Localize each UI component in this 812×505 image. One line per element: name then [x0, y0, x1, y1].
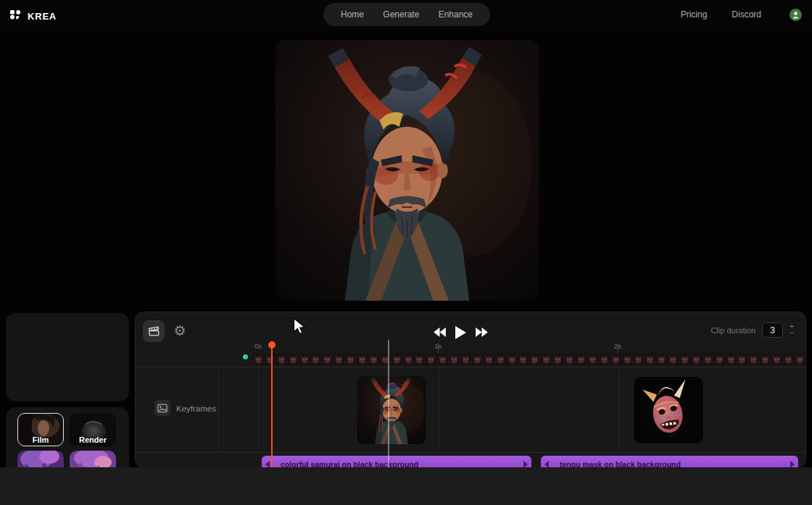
grid-line — [618, 367, 619, 452]
user-avatar[interactable] — [790, 9, 802, 21]
decrement-button[interactable]: − — [790, 330, 794, 336]
cursor-arrow-icon — [293, 317, 310, 337]
mouse-cursor — [293, 317, 310, 340]
filmstrip-frame — [288, 353, 299, 365]
clip-duration-input[interactable]: 3 — [762, 322, 783, 338]
filmstrip-frame — [276, 353, 287, 365]
style-render[interactable]: Render — [70, 413, 116, 446]
tab-home[interactable]: Home — [341, 9, 364, 20]
filmstrip-frame — [310, 353, 321, 365]
keyframe-2-image — [634, 377, 703, 443]
filmstrip-frame — [345, 353, 356, 365]
clapperboard-icon — [147, 325, 160, 337]
clip-duration-control: Clip duration 3 + − — [710, 322, 794, 338]
filmstrip-frame — [771, 353, 782, 365]
filmstrip-frame — [460, 353, 471, 365]
playhead-line[interactable] — [271, 346, 273, 468]
filmstrip-frame — [552, 353, 563, 365]
filmstrip-frame — [414, 353, 425, 365]
filmstrip-frame — [748, 353, 759, 365]
filmstrip-frame — [645, 353, 655, 365]
filmstrip-frame — [622, 353, 633, 365]
tab-generate[interactable]: Generate — [383, 9, 419, 20]
grid-line — [258, 367, 259, 452]
filmstrip-frame — [265, 353, 276, 365]
grid-line — [439, 367, 439, 452]
transport-controls — [424, 322, 497, 344]
play-button[interactable] — [455, 326, 466, 341]
playhead-handle[interactable] — [268, 341, 276, 349]
top-bar: KREA Home Generate Enhance Pricing Disco… — [0, 0, 812, 29]
row-divider-top — [136, 367, 806, 367]
filmstrip-frame — [541, 353, 552, 365]
keyframe-thumbnail-2[interactable] — [633, 376, 704, 444]
filmstrip-frame — [714, 353, 725, 365]
video-preview[interactable] — [276, 40, 539, 301]
fast-forward-button[interactable] — [476, 327, 488, 339]
play-icon — [455, 326, 466, 339]
ruler-tick-0s: 0s — [254, 342, 262, 350]
filmstrip-frame — [403, 353, 414, 365]
filmstrip-frame — [484, 353, 494, 365]
hover-scrub-line — [388, 340, 389, 468]
prompt-clip-2[interactable]: tengu mask on black background — [541, 456, 798, 468]
samurai-preview-image — [276, 40, 539, 301]
filmstrip-frame — [392, 353, 402, 365]
fast-forward-icon — [476, 327, 488, 337]
app-window: KREA Home Generate Enhance Pricing Disco… — [0, 0, 812, 505]
rewind-button[interactable] — [434, 327, 446, 339]
filmstrip-frame — [299, 353, 310, 365]
filmstrip-frame — [760, 353, 771, 365]
filmstrip-frame — [437, 353, 448, 365]
filmstrip-frame — [633, 353, 644, 365]
style-film-label: Film — [17, 435, 64, 444]
filmstrip-frame — [668, 353, 679, 365]
filmstrip-frame — [449, 353, 460, 365]
filmstrip-frame — [426, 353, 436, 365]
tab-enhance[interactable]: Enhance — [439, 9, 473, 20]
ruler-tick-mark-1s — [438, 343, 439, 354]
keyframes-icon-chip — [154, 400, 170, 416]
status-dot — [243, 354, 248, 359]
filmstrip-frame — [564, 353, 575, 365]
filmstrip-frame — [783, 353, 794, 365]
keyframe-thumbnail-1[interactable] — [356, 375, 427, 445]
filmstrip-frame — [495, 353, 506, 365]
filmstrip-frame — [587, 353, 598, 365]
style-film[interactable]: Film — [17, 413, 64, 446]
logo-text: KREA — [28, 11, 57, 22]
filmstrip-frame — [726, 353, 737, 365]
main-nav: Home Generate Enhance — [323, 3, 490, 26]
filmstrip-frame — [599, 353, 610, 365]
filmstrip-frame — [518, 353, 529, 365]
filmstrip-frame — [576, 353, 587, 365]
filmstrip-track[interactable] — [253, 353, 805, 365]
pricing-link[interactable]: Pricing — [681, 9, 708, 20]
krea-logo-icon — [10, 9, 21, 22]
filmstrip-frame — [795, 353, 805, 365]
keyframe-1-image — [357, 376, 426, 444]
settings-gear-icon[interactable]: ⚙ — [170, 322, 189, 341]
prompt-clip-1[interactable]: colorful samurai on black background — [262, 456, 531, 468]
scene-tool-button[interactable] — [143, 320, 165, 342]
krea-logo[interactable]: KREA — [10, 9, 57, 22]
grid-line — [218, 367, 219, 452]
top-links: Pricing Discord — [681, 0, 761, 29]
filmstrip-frame — [703, 353, 713, 365]
filmstrip-frame — [679, 353, 690, 365]
ruler-tick-mark-2s — [618, 343, 618, 354]
action-panel: Generate Video Download — [6, 313, 129, 401]
rewind-icon — [434, 327, 446, 337]
video-player-bar: 00:00 00:00 — [0, 467, 812, 505]
filmstrip-frame — [610, 353, 621, 365]
filmstrip-frame — [357, 353, 368, 365]
style-render-label: Render — [70, 435, 116, 444]
filmstrip-frame — [529, 353, 540, 365]
filmstrip-frame — [656, 353, 667, 365]
filmstrip-frame — [691, 353, 702, 365]
timeline-panel: ⚙ Clip duration 3 + − 0s 1s 2s — [135, 312, 806, 468]
image-icon — [157, 404, 167, 413]
discord-link[interactable]: Discord — [732, 9, 761, 20]
filmstrip-frame — [253, 353, 264, 365]
filmstrip-frame — [472, 353, 483, 365]
